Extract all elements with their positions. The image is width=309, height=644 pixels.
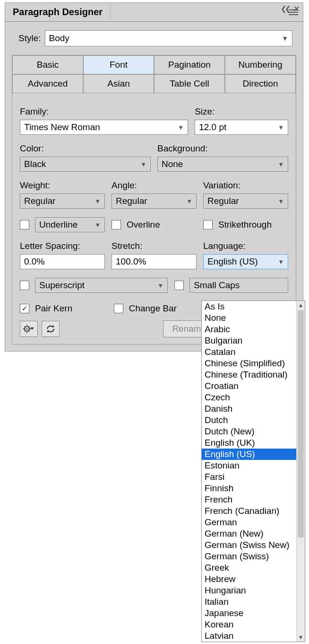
tab-asian[interactable]: Asian <box>83 74 154 93</box>
svg-point-4 <box>26 328 28 330</box>
underline-value: Underline <box>39 220 77 230</box>
background-combo[interactable]: None ▼ <box>157 157 288 172</box>
chevron-down-icon: ▼ <box>278 161 284 168</box>
letter-spacing-label: Letter Spacing: <box>20 241 105 251</box>
tab-font[interactable]: Font <box>83 55 154 74</box>
language-option[interactable]: Estonian <box>202 460 305 471</box>
tab-tablecell[interactable]: Table Cell <box>154 74 225 93</box>
family-combo[interactable]: Times New Roman ▼ <box>20 120 188 135</box>
chevron-down-icon: ▼ <box>278 124 284 131</box>
language-option[interactable]: German <box>202 517 305 528</box>
scroll-down-arrow[interactable]: ▼ <box>297 633 305 642</box>
language-option[interactable]: German (Swiss) <box>202 551 305 562</box>
titlebar-controls: ❮❮ ✕ <box>281 4 300 14</box>
scrollbar-track[interactable]: ▲ ▼ <box>296 301 305 642</box>
tab-pagination[interactable]: Pagination <box>154 55 225 74</box>
superscript-combo[interactable]: Superscript ▼ <box>35 278 168 293</box>
variation-value: Regular <box>207 196 239 206</box>
chevron-down-icon: ▼ <box>278 258 284 265</box>
letter-spacing-value: 0.0% <box>24 256 44 267</box>
family-label: Family: <box>20 106 188 117</box>
chevron-down-icon: ▼ <box>282 35 288 42</box>
language-option[interactable]: Croatian <box>202 380 305 392</box>
style-combo[interactable]: Body ▼ <box>45 30 292 46</box>
paragraph-designer-panel: ❮❮ ✕ Paragraph Designer Style: Body ▼ Ba… <box>5 2 303 352</box>
language-option[interactable]: Korean <box>202 619 305 630</box>
language-option[interactable]: Chinese (Traditional) <box>202 369 305 380</box>
scroll-up-arrow[interactable]: ▲ <box>297 301 305 309</box>
chevron-down-icon: ▼ <box>94 221 101 229</box>
smallcaps-combo[interactable]: Small Caps <box>189 278 288 293</box>
stretch-input[interactable]: 100.0% <box>112 254 197 269</box>
language-option[interactable]: Bulgarian <box>202 335 305 346</box>
smallcaps-checkbox[interactable] <box>174 281 184 290</box>
strikethrough-checkbox[interactable] <box>203 220 213 229</box>
language-option[interactable]: French <box>202 494 305 505</box>
color-combo[interactable]: Black ▼ <box>20 157 151 172</box>
tab-basic[interactable]: Basic <box>12 55 83 74</box>
language-option[interactable]: Greek <box>202 562 305 573</box>
language-option[interactable]: Chinese (Simplified) <box>202 358 305 369</box>
language-option[interactable]: German (New) <box>202 528 305 539</box>
category-tabs-row1: Basic Font Pagination Numbering <box>12 55 296 74</box>
strikethrough-label: Strikethrough <box>218 220 272 230</box>
style-value: Body <box>49 33 69 44</box>
language-option[interactable]: Arabic <box>202 324 305 335</box>
font-content: Family: Times New Roman ▼ Size: 12.0 pt … <box>12 93 296 314</box>
background-value: None <box>162 159 183 169</box>
language-option[interactable]: Finnish <box>202 483 305 494</box>
overline-checkbox[interactable] <box>112 220 121 229</box>
language-option[interactable]: Hebrew <box>202 573 305 585</box>
size-combo[interactable]: 12.0 pt ▼ <box>195 120 288 135</box>
scrollbar-thumb[interactable] <box>298 310 304 538</box>
language-option[interactable]: Czech <box>202 392 305 403</box>
language-option[interactable]: Farsi <box>202 471 305 483</box>
stretch-value: 100.0% <box>116 256 146 267</box>
language-option[interactable]: Italian <box>202 596 305 608</box>
changebar-label: Change Bar <box>129 303 177 314</box>
tab-direction[interactable]: Direction <box>225 74 296 93</box>
tab-numbering[interactable]: Numbering <box>225 55 296 74</box>
language-option[interactable]: Dutch <box>202 415 305 426</box>
weight-combo[interactable]: Regular ▼ <box>20 194 105 209</box>
gear-icon <box>23 324 35 334</box>
panel-title-tab[interactable]: Paragraph Designer <box>5 3 111 21</box>
color-value: Black <box>24 159 46 169</box>
weight-value: Regular <box>24 196 56 206</box>
underline-combo[interactable]: Underline ▼ <box>35 217 105 232</box>
angle-combo[interactable]: Regular ▼ <box>112 194 197 209</box>
language-option[interactable]: English (UK) <box>202 437 305 449</box>
tab-advanced[interactable]: Advanced <box>12 74 83 93</box>
language-option[interactable]: None <box>202 312 305 324</box>
underline-checkbox[interactable] <box>20 220 29 229</box>
language-option[interactable]: German (Swiss New) <box>202 539 305 551</box>
settings-menu-button[interactable] <box>20 321 38 337</box>
language-option[interactable]: Latvian <box>202 630 305 642</box>
variation-label: Variation: <box>203 180 288 191</box>
variation-combo[interactable]: Regular ▼ <box>203 194 288 209</box>
refresh-icon <box>45 324 56 334</box>
changebar-checkbox[interactable] <box>114 304 123 313</box>
refresh-button[interactable] <box>42 321 60 337</box>
overline-label: Overline <box>127 220 160 230</box>
language-option[interactable]: Catalan <box>202 346 305 358</box>
chevron-down-icon: ▼ <box>186 198 192 205</box>
chevron-down-icon: ▼ <box>140 161 146 168</box>
language-option[interactable]: French (Canadian) <box>202 505 305 517</box>
language-dropdown-list[interactable]: ▲ ▼ As IsNoneArabicBulgarianCatalanChine… <box>201 300 305 642</box>
language-combo[interactable]: English (US) ▼ <box>203 254 288 269</box>
letter-spacing-input[interactable]: 0.0% <box>20 254 105 269</box>
smallcaps-value: Small Caps <box>194 280 240 291</box>
language-option[interactable]: English (US) <box>202 449 305 460</box>
language-option[interactable]: Dutch (New) <box>202 426 305 437</box>
language-option[interactable]: Hungarian <box>202 585 305 596</box>
superscript-checkbox[interactable] <box>20 281 29 290</box>
pairkern-checkbox[interactable]: ✓ <box>20 304 29 313</box>
language-option[interactable]: As Is <box>202 301 305 312</box>
language-option[interactable]: Danish <box>202 403 305 415</box>
superscript-value: Superscript <box>39 280 85 291</box>
panel-tab-header: Paragraph Designer <box>5 3 303 22</box>
close-icon[interactable]: ✕ <box>293 4 300 14</box>
collapse-icon[interactable]: ❮❮ <box>281 5 289 13</box>
language-option[interactable]: Japanese <box>202 608 305 619</box>
